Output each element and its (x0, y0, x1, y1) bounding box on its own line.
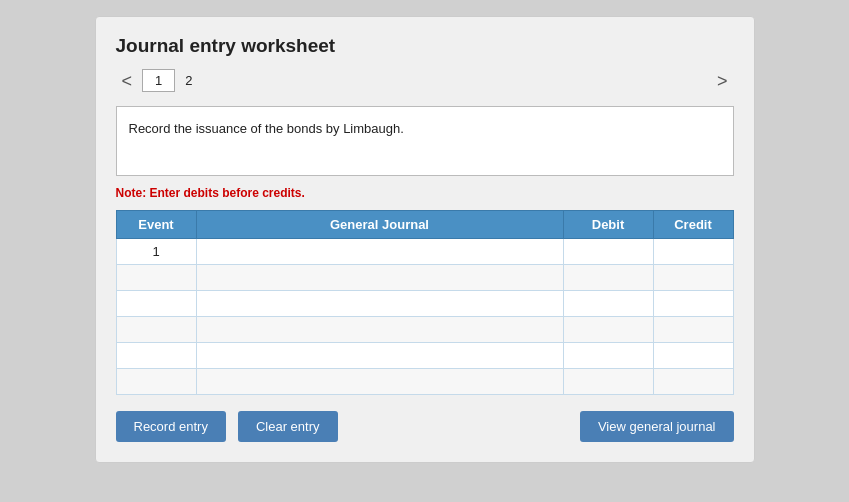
debit-cell[interactable] (563, 291, 653, 317)
credit-cell[interactable] (653, 369, 733, 395)
credit-cell[interactable] (653, 317, 733, 343)
event-cell (116, 343, 196, 369)
debit-cell[interactable] (563, 239, 653, 265)
credit-input[interactable] (658, 369, 729, 394)
table-row (116, 343, 733, 369)
credit-input[interactable] (658, 239, 729, 264)
current-page: 1 (142, 69, 175, 92)
credit-cell[interactable] (653, 343, 733, 369)
credit-cell[interactable] (653, 291, 733, 317)
note-body: Enter debits before credits. (150, 186, 305, 200)
col-header-event: Event (116, 211, 196, 239)
instruction-box: Record the issuance of the bonds by Limb… (116, 106, 734, 176)
debit-input[interactable] (568, 317, 649, 342)
event-cell (116, 291, 196, 317)
journal-table: Event General Journal Debit Credit 1 (116, 210, 734, 395)
debit-input[interactable] (568, 369, 649, 394)
table-row (116, 317, 733, 343)
event-cell (116, 369, 196, 395)
worksheet-title: Journal entry worksheet (116, 35, 734, 57)
journal-input[interactable] (201, 343, 559, 368)
journal-input[interactable] (201, 291, 559, 316)
debit-cell[interactable] (563, 265, 653, 291)
credit-input[interactable] (658, 317, 729, 342)
table-row (116, 369, 733, 395)
event-cell (116, 265, 196, 291)
debit-cell[interactable] (563, 343, 653, 369)
credit-cell[interactable] (653, 239, 733, 265)
pagination-row: < 1 2 > (116, 69, 734, 92)
table-row: 1 (116, 239, 733, 265)
journal-cell[interactable] (196, 291, 563, 317)
clear-entry-button[interactable]: Clear entry (238, 411, 338, 442)
next-page-label: 2 (185, 73, 192, 88)
table-header-row: Event General Journal Debit Credit (116, 211, 733, 239)
table-row (116, 265, 733, 291)
debit-input[interactable] (568, 291, 649, 316)
note-row: Note: Enter debits before credits. (116, 186, 734, 200)
journal-entry-worksheet: Journal entry worksheet < 1 2 > Record t… (95, 16, 755, 463)
next-page-button[interactable]: > (711, 70, 734, 92)
debit-cell[interactable] (563, 317, 653, 343)
credit-input[interactable] (658, 291, 729, 316)
event-cell (116, 317, 196, 343)
debit-input[interactable] (568, 265, 649, 290)
credit-cell[interactable] (653, 265, 733, 291)
journal-input[interactable] (201, 265, 559, 290)
note-prefix: Note: (116, 186, 150, 200)
debit-cell[interactable] (563, 369, 653, 395)
col-header-credit: Credit (653, 211, 733, 239)
event-cell: 1 (116, 239, 196, 265)
journal-cell[interactable] (196, 239, 563, 265)
table-row (116, 291, 733, 317)
instruction-text: Record the issuance of the bonds by Limb… (129, 121, 404, 136)
journal-input[interactable] (201, 317, 559, 342)
credit-input[interactable] (658, 343, 729, 368)
prev-page-button[interactable]: < (116, 70, 139, 92)
journal-cell[interactable] (196, 343, 563, 369)
col-header-debit: Debit (563, 211, 653, 239)
journal-cell[interactable] (196, 317, 563, 343)
journal-input[interactable] (201, 369, 559, 394)
debit-input[interactable] (568, 239, 649, 264)
credit-input[interactable] (658, 265, 729, 290)
journal-cell[interactable] (196, 369, 563, 395)
col-header-journal: General Journal (196, 211, 563, 239)
action-row: Record entry Clear entry View general jo… (116, 411, 734, 442)
debit-input[interactable] (568, 343, 649, 368)
view-general-journal-button[interactable]: View general journal (580, 411, 734, 442)
journal-input[interactable] (201, 239, 559, 264)
journal-cell[interactable] (196, 265, 563, 291)
record-entry-button[interactable]: Record entry (116, 411, 226, 442)
